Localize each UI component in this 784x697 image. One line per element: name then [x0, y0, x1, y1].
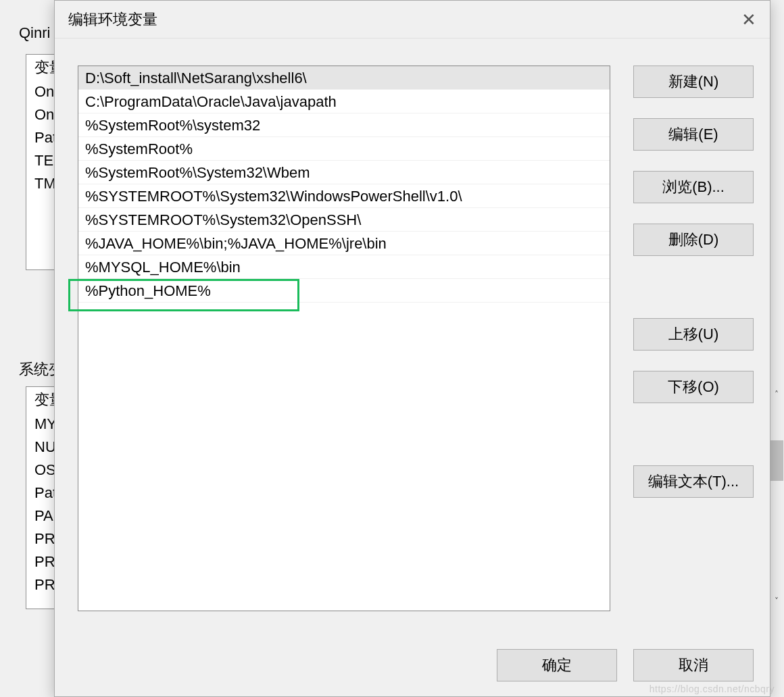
scroll-down-icon[interactable]: ˅ [768, 593, 784, 609]
move-down-button[interactable]: 下移(O) [633, 371, 754, 403]
ok-button[interactable]: 确定 [497, 649, 617, 681]
dialog-titlebar[interactable]: 编辑环境变量 ✕ [55, 1, 770, 38]
dialog-title: 编辑环境变量 [68, 9, 157, 30]
scroll-up-icon[interactable]: ˄ [768, 386, 784, 403]
watermark: https://blog.csdn.net/ncbqry [650, 683, 775, 694]
scroll-thumb[interactable] [770, 440, 783, 481]
close-icon[interactable]: ✕ [741, 11, 756, 28]
path-values-list[interactable]: D:\Soft_install\NetSarang\xshell6\ C:\Pr… [78, 66, 610, 611]
move-up-button[interactable]: 上移(U) [633, 318, 754, 351]
new-button[interactable]: 新建(N) [633, 66, 754, 98]
edit-environment-variable-dialog: 编辑环境变量 ✕ D:\Soft_install\NetSarang\xshel… [54, 0, 770, 697]
path-item[interactable]: %SYSTEMROOT%\System32\WindowsPowerShell\… [78, 184, 610, 208]
delete-button[interactable]: 删除(D) [633, 224, 754, 256]
path-item[interactable]: %SystemRoot%\system32 [78, 113, 610, 137]
path-item[interactable]: %Python_HOME% [78, 279, 610, 303]
path-item[interactable]: %SystemRoot%\System32\Wbem [78, 161, 610, 184]
edit-button[interactable]: 编辑(E) [633, 118, 754, 151]
user-section-label: Qinri [19, 24, 50, 42]
path-item[interactable]: %JAVA_HOME%\bin;%JAVA_HOME%\jre\bin [78, 232, 610, 255]
dialog-footer: 确定 取消 [497, 649, 754, 681]
edit-text-button[interactable]: 编辑文本(T)... [633, 465, 754, 498]
browse-button[interactable]: 浏览(B)... [633, 171, 754, 203]
path-item[interactable]: %MYSQL_HOME%\bin [78, 255, 610, 279]
path-item[interactable]: %SystemRoot% [78, 137, 610, 161]
path-item[interactable]: %SYSTEMROOT%\System32\OpenSSH\ [78, 208, 610, 232]
dialog-side-buttons: 新建(N) 编辑(E) 浏览(B)... 删除(D) 上移(U) 下移(O) 编… [633, 66, 754, 667]
path-item[interactable]: C:\ProgramData\Oracle\Java\javapath [78, 90, 610, 113]
path-item[interactable]: D:\Soft_install\NetSarang\xshell6\ [78, 66, 610, 90]
cancel-button[interactable]: 取消 [633, 649, 754, 681]
